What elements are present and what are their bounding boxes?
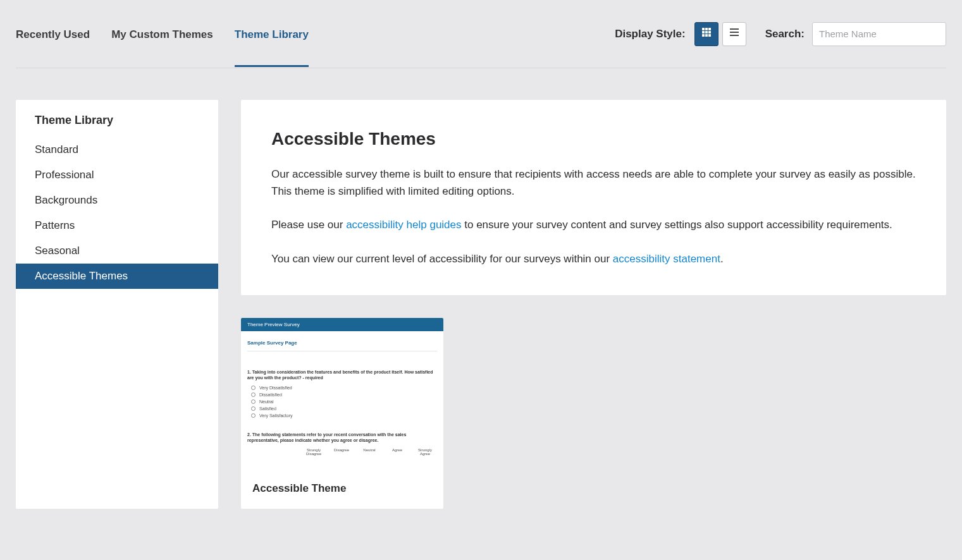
accessibility-help-link[interactable]: accessibility help guides bbox=[346, 219, 461, 231]
sidebar-item-patterns[interactable]: Patterns bbox=[16, 213, 218, 238]
sidebar-item-standard[interactable]: Standard bbox=[16, 137, 218, 162]
info-paragraph-3: You can view our current level of access… bbox=[271, 250, 916, 267]
theme-preview: Theme Preview Survey Sample Survey Page … bbox=[241, 318, 443, 468]
search-input[interactable] bbox=[812, 22, 946, 46]
theme-card-label: Accessible Theme bbox=[241, 468, 443, 509]
sidebar-item-backgrounds[interactable]: Backgrounds bbox=[16, 188, 218, 213]
preview-q1: 1. Taking into consideration the feature… bbox=[247, 369, 437, 380]
preview-q2: 2. The following statements refer to you… bbox=[247, 432, 437, 443]
svg-rect-8 bbox=[708, 34, 711, 37]
svg-rect-1 bbox=[705, 28, 708, 30]
info-paragraph-2: Please use our accessibility help guides… bbox=[271, 216, 916, 233]
preview-opt: Dissatisfied bbox=[251, 393, 437, 397]
view-toggle bbox=[694, 22, 746, 46]
list-icon bbox=[729, 27, 739, 40]
svg-rect-10 bbox=[730, 32, 739, 33]
grid-icon bbox=[701, 27, 712, 40]
preview-scale: Strongly Disagree Disagree Neutral Agree… bbox=[247, 448, 437, 456]
svg-rect-4 bbox=[705, 31, 708, 33]
search-group: Search: bbox=[765, 22, 946, 46]
preview-opt: Very Satisfactory bbox=[251, 413, 437, 418]
topbar: Recently Used My Custom Themes Theme Lib… bbox=[16, 0, 946, 68]
sidebar-title: Theme Library bbox=[16, 100, 218, 137]
svg-rect-5 bbox=[708, 31, 711, 33]
main-column: Accessible Themes Our accessible survey … bbox=[241, 100, 946, 509]
search-label: Search: bbox=[765, 28, 805, 40]
preview-opt: Very Dissatisfied bbox=[251, 386, 437, 390]
svg-rect-3 bbox=[702, 31, 705, 33]
preview-opt: Neutral bbox=[251, 399, 437, 404]
info-p2-post: to ensure your survey content and survey… bbox=[462, 219, 892, 231]
svg-rect-0 bbox=[702, 28, 705, 30]
preview-opt: Satisfied bbox=[251, 406, 437, 411]
tab-my-custom-themes[interactable]: My Custom Themes bbox=[111, 2, 213, 66]
svg-rect-7 bbox=[705, 34, 708, 37]
preview-page-title: Sample Survey Page bbox=[247, 340, 437, 351]
info-paragraph-1: Our accessible survey theme is built to … bbox=[271, 166, 916, 200]
svg-rect-9 bbox=[730, 28, 739, 30]
grid-view-button[interactable] bbox=[694, 22, 718, 46]
svg-rect-6 bbox=[702, 34, 705, 37]
main-tabs: Recently Used My Custom Themes Theme Lib… bbox=[16, 2, 309, 66]
info-card: Accessible Themes Our accessible survey … bbox=[241, 100, 946, 295]
info-title: Accessible Themes bbox=[271, 129, 916, 149]
theme-card-accessible[interactable]: Theme Preview Survey Sample Survey Page … bbox=[241, 318, 443, 509]
info-p2-pre: Please use our bbox=[271, 219, 346, 231]
tab-theme-library[interactable]: Theme Library bbox=[235, 2, 309, 66]
sidebar-item-accessible-themes[interactable]: Accessible Themes bbox=[16, 264, 218, 289]
sidebar-item-seasonal[interactable]: Seasonal bbox=[16, 238, 218, 264]
svg-rect-2 bbox=[708, 28, 711, 30]
accessibility-statement-link[interactable]: accessibility statement bbox=[613, 253, 720, 265]
display-style-label: Display Style: bbox=[615, 28, 686, 40]
sidebar-item-professional[interactable]: Professional bbox=[16, 162, 218, 188]
topbar-right: Display Style: Search: bbox=[615, 22, 946, 46]
svg-rect-11 bbox=[730, 35, 739, 36]
preview-header: Theme Preview Survey bbox=[241, 318, 443, 331]
sidebar: Theme Library Standard Professional Back… bbox=[16, 100, 218, 509]
list-view-button[interactable] bbox=[722, 22, 746, 46]
info-p3-pre: You can view our current level of access… bbox=[271, 253, 613, 265]
info-p3-post: . bbox=[720, 253, 724, 265]
display-style-group: Display Style: bbox=[615, 22, 746, 46]
tab-recently-used[interactable]: Recently Used bbox=[16, 2, 90, 66]
theme-grid: Theme Preview Survey Sample Survey Page … bbox=[241, 318, 946, 509]
content: Theme Library Standard Professional Back… bbox=[16, 68, 946, 509]
